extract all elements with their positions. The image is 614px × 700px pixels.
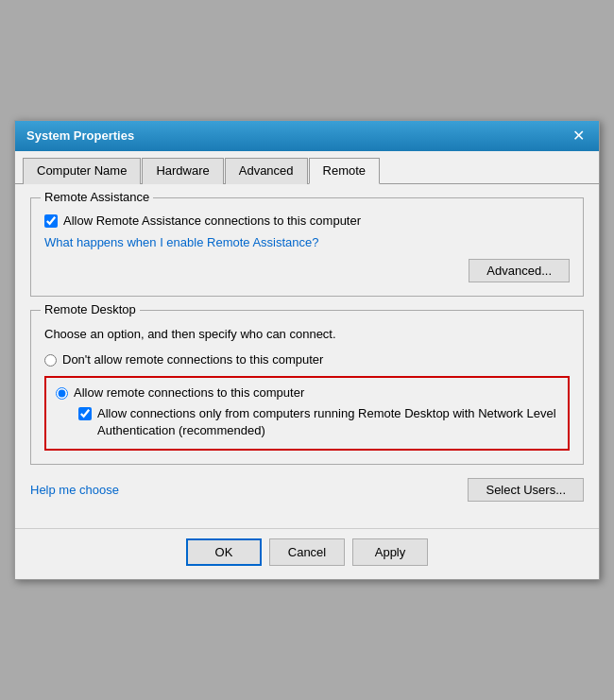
remote-assistance-content: Allow Remote Assistance connections to t… (44, 213, 570, 282)
nla-label: Allow connections only from computers ru… (97, 405, 558, 439)
advanced-button[interactable]: Advanced... (469, 259, 570, 282)
nla-checkbox[interactable] (78, 407, 92, 420)
dont-allow-radio[interactable] (44, 354, 57, 367)
remote-assistance-help-link[interactable]: What happens when I enable Remote Assist… (44, 235, 319, 249)
tab-content: Remote Assistance Allow Remote Assistanc… (15, 184, 599, 529)
apply-button[interactable]: Apply (352, 538, 428, 566)
bottom-links-row: Help me choose Select Users... (30, 478, 584, 502)
allow-remote-row: Allow remote connections to this compute… (56, 385, 558, 400)
tab-computer-name[interactable]: Computer Name (23, 158, 141, 184)
help-me-choose-link[interactable]: Help me choose (30, 483, 119, 497)
system-properties-window: System Properties ✕ Computer Name Hardwa… (14, 120, 600, 581)
tabs-bar: Computer Name Hardware Advanced Remote (15, 151, 599, 184)
cancel-button[interactable]: Cancel (269, 538, 345, 566)
dont-allow-row: Don't allow remote connections to this c… (44, 352, 570, 367)
allow-assistance-checkbox[interactable] (44, 214, 58, 228)
dont-allow-label: Don't allow remote connections to this c… (62, 352, 323, 367)
remote-desktop-content: Choose an option, and then specify who c… (44, 326, 570, 452)
advanced-btn-row: Advanced... (44, 259, 570, 282)
allow-remote-label: Allow remote connections to this compute… (74, 385, 304, 400)
allow-assistance-text: Allow Remote Assistance connections to t… (63, 213, 361, 228)
allow-assistance-row: Allow Remote Assistance connections to t… (44, 213, 570, 228)
remote-desktop-label: Remote Desktop (41, 302, 140, 316)
tab-remote[interactable]: Remote (309, 158, 381, 184)
tab-advanced[interactable]: Advanced (225, 158, 308, 184)
title-bar: System Properties ✕ (15, 121, 599, 151)
select-users-button[interactable]: Select Users... (468, 478, 584, 502)
window-title: System Properties (26, 128, 134, 143)
remote-desktop-description: Choose an option, and then specify who c… (44, 326, 570, 343)
allow-remote-radio[interactable] (56, 387, 68, 400)
remote-assistance-group: Remote Assistance Allow Remote Assistanc… (30, 197, 584, 297)
nla-row: Allow connections only from computers ru… (78, 405, 558, 439)
allow-remote-highlighted-box: Allow remote connections to this compute… (44, 376, 570, 451)
remote-assistance-label: Remote Assistance (41, 190, 153, 204)
remote-desktop-group: Remote Desktop Choose an option, and the… (30, 310, 584, 466)
close-button[interactable]: ✕ (569, 127, 588, 145)
tab-hardware[interactable]: Hardware (142, 158, 223, 184)
dialog-buttons-row: OK Cancel Apply (15, 528, 599, 579)
ok-button[interactable]: OK (186, 538, 262, 566)
